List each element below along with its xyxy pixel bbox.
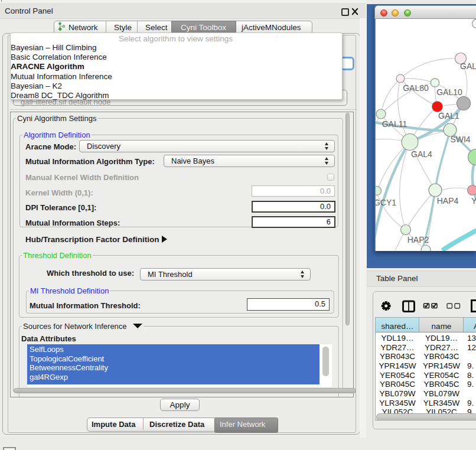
svg-text:GAL11: GAL11: [382, 119, 407, 129]
svg-text:SWI4: SWI4: [450, 135, 470, 144]
svg-text:GAL80: GAL80: [403, 83, 429, 93]
svg-text:GAL4: GAL4: [411, 149, 432, 159]
svg-text:HAP2: HAP2: [407, 235, 429, 244]
svg-text:GCY1: GCY1: [376, 198, 396, 207]
svg-text:GAL2: GAL2: [460, 61, 476, 71]
svg-text:GAL10: GAL10: [436, 87, 462, 97]
svg-text:YM: YM: [471, 196, 476, 206]
svg-text:GAL1: GAL1: [438, 111, 459, 120]
svg-text:HAP4: HAP4: [437, 196, 459, 206]
